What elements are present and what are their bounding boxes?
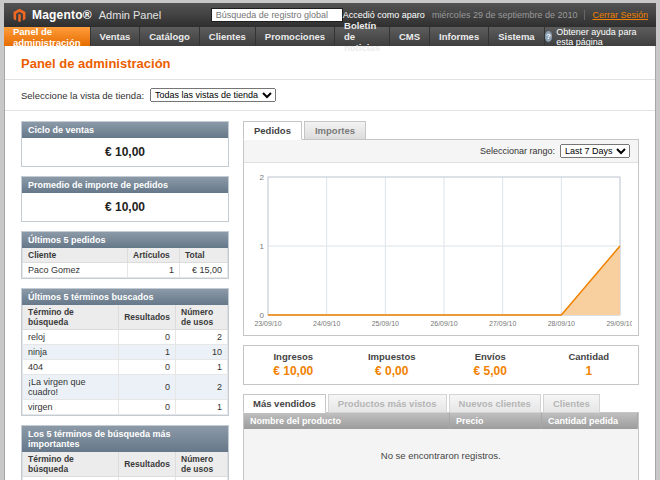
table-row[interactable]: ninja 1 10 — [23, 477, 228, 480]
table-row[interactable]: 404 0 1 — [23, 360, 228, 375]
stat-value: 1 — [540, 364, 639, 378]
cell-results: 0 — [119, 330, 176, 345]
cell-uses: 2 — [176, 375, 228, 400]
column-header: Término de búsqueda — [23, 305, 119, 330]
cell-uses: 10 — [176, 477, 228, 480]
tab-new-customers: Nuevos clientes — [449, 394, 541, 413]
card-title: Ciclo de ventas — [22, 122, 228, 138]
svg-text:23/09/10: 23/09/10 — [254, 320, 281, 327]
range-select[interactable]: Last 7 Days — [560, 144, 630, 158]
stat-revenue: Ingresos € 10,00 — [244, 346, 343, 384]
cell-term: ninja — [23, 345, 119, 360]
cell-total: € 15,00 — [180, 263, 228, 278]
stat-value: € 10,00 — [244, 364, 343, 378]
stat-label: Cantidad — [540, 351, 639, 362]
top-header: Magento® Admin Panel Accedió como aparo … — [4, 3, 656, 27]
range-label: Seleccionar rango: — [480, 146, 555, 156]
magento-logo-icon — [12, 8, 27, 23]
table-row[interactable]: reloj 0 2 — [23, 330, 228, 345]
last-search-table: Término de búsqueda Resultados Número de… — [22, 305, 228, 415]
nav-item-catalog[interactable]: Catálogo — [140, 27, 200, 46]
lifetime-sales-card: Ciclo de ventas € 10,00 — [21, 121, 229, 167]
nav-items: Panel de administración Ventas Catálogo … — [4, 27, 545, 46]
chart-wrap: 01223/09/1024/09/1025/09/1026/09/1027/09… — [244, 163, 638, 335]
tab-bestsellers[interactable]: Más vendidos — [243, 394, 326, 413]
cell-uses: 10 — [176, 345, 228, 360]
column-header: Resultados — [119, 305, 176, 330]
tab-most-viewed: Productos más vistos — [328, 394, 447, 413]
admin-window: Magento® Admin Panel Accedió como aparo … — [4, 3, 656, 480]
card-title: Últimos 5 pedidos — [22, 232, 228, 248]
global-search-input[interactable] — [211, 8, 343, 22]
last-orders-table: Cliente Artículos Total Paco Gomez 1 € 1… — [22, 248, 228, 278]
table-row[interactable]: virgen 0 1 — [23, 400, 228, 415]
help-link[interactable]: ? Obtener ayuda para esta página — [545, 27, 656, 46]
cell-results: 0 — [119, 375, 176, 400]
stat-value: € 0,00 — [343, 364, 442, 378]
top-search-table: Término de búsqueda Resultados Número de… — [22, 452, 228, 480]
nav-item-dashboard[interactable]: Panel de administración — [4, 27, 91, 46]
session-info: Accedió como aparo miércoles 29 de septi… — [343, 10, 648, 20]
stat-label: Impuestos — [343, 351, 442, 362]
dashboard-right-column: Pedidos Importes Seleccionar rango: Last… — [243, 121, 639, 480]
grid-tabs: Más vendidos Productos más vistos Nuevos… — [243, 394, 639, 413]
card-value: € 10,00 — [22, 138, 228, 166]
cell-customer: Paco Gomez — [23, 263, 128, 278]
column-header: Artículos — [128, 248, 180, 263]
svg-text:25/09/10: 25/09/10 — [372, 320, 399, 327]
svg-text:0: 0 — [260, 311, 265, 320]
column-header: Nombre del producto — [244, 413, 450, 429]
tab-amounts[interactable]: Importes — [304, 121, 366, 140]
cell-uses: 2 — [176, 330, 228, 345]
empty-message: No se encontraron registros. — [244, 429, 638, 480]
column-header: Precio — [450, 413, 542, 429]
svg-text:28/09/10: 28/09/10 — [548, 320, 575, 327]
store-switcher: Seleccione la vista de tienda: Todas las… — [5, 80, 655, 111]
average-orders-card: Promedio de importe de pedidos € 10,00 — [21, 176, 229, 222]
nav-item-system[interactable]: Sistema — [489, 27, 544, 46]
nav-item-newsletter[interactable]: Boletín de noticias — [335, 27, 390, 46]
last-search-card: Últimos 5 términos buscados Término de b… — [21, 288, 229, 416]
dashboard-left-column: Ciclo de ventas € 10,00 Promedio de impo… — [21, 121, 229, 480]
stat-quantity: Cantidad 1 — [540, 346, 639, 384]
help-icon: ? — [545, 31, 553, 42]
table-row[interactable]: ninja 1 10 — [23, 345, 228, 360]
cell-results: 0 — [119, 400, 176, 415]
nav-item-promotions[interactable]: Promociones — [256, 27, 335, 46]
tab-orders[interactable]: Pedidos — [243, 121, 302, 140]
table-row[interactable]: Paco Gomez 1 € 15,00 — [23, 263, 228, 278]
top-search-card: Los 5 términos de búsqueda más important… — [21, 425, 229, 480]
page-title: Panel de administración — [5, 46, 655, 79]
stat-tax: Impuestos € 0,00 — [343, 346, 442, 384]
card-value: € 10,00 — [22, 193, 228, 221]
column-header: Total — [180, 248, 228, 263]
svg-text:24/09/10: 24/09/10 — [313, 320, 340, 327]
brand-subtitle: Admin Panel — [99, 9, 161, 21]
column-header: Número de usos — [176, 305, 228, 330]
chart-tabs: Pedidos Importes — [243, 121, 639, 140]
column-header: Número de usos — [176, 452, 228, 477]
cell-results: 0 — [119, 360, 176, 375]
current-date: miércoles 29 de septiembre de 2010 — [432, 10, 578, 20]
range-bar: Seleccionar rango: Last 7 Days — [244, 140, 638, 163]
tab-customers: Clientes — [543, 394, 600, 413]
column-header: Término de búsqueda — [23, 452, 119, 477]
cell-results: 1 — [119, 345, 176, 360]
cell-results: 1 — [119, 477, 176, 480]
svg-text:26/09/10: 26/09/10 — [430, 320, 457, 327]
cell-term: 404 — [23, 360, 119, 375]
stat-value: € 5,00 — [441, 364, 540, 378]
cell-uses: 1 — [176, 400, 228, 415]
svg-text:29/09/10: 29/09/10 — [606, 320, 632, 327]
nav-item-customers[interactable]: Clientes — [200, 27, 256, 46]
table-row[interactable]: ¡La virgen que cuadro! 0 2 — [23, 375, 228, 400]
nav-item-reports[interactable]: Informes — [430, 27, 489, 46]
card-title: Promedio de importe de pedidos — [22, 177, 228, 193]
card-title: Últimos 5 términos buscados — [22, 289, 228, 305]
nav-item-sales[interactable]: Ventas — [91, 27, 141, 46]
store-view-select[interactable]: Todas las vistas de tienda — [150, 88, 276, 102]
nav-item-cms[interactable]: CMS — [390, 27, 430, 46]
logout-link[interactable]: Cerrar Sesión — [584, 10, 648, 20]
svg-text:27/09/10: 27/09/10 — [489, 320, 516, 327]
stat-label: Envíos — [441, 351, 540, 362]
